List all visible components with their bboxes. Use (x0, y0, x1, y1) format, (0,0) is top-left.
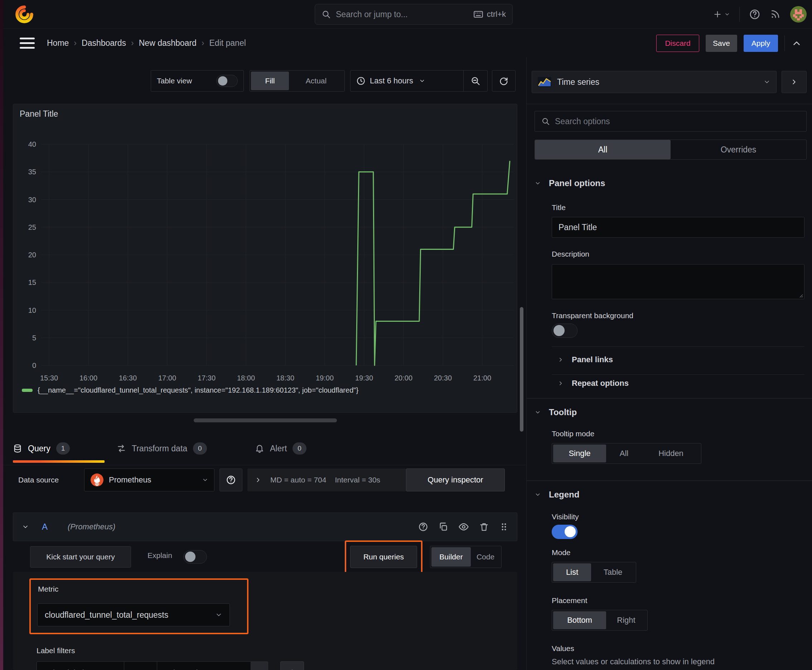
metric-select[interactable]: cloudflared_tunnel_total_requests (37, 604, 230, 626)
svg-text:35: 35 (28, 168, 36, 176)
user-avatar[interactable] (790, 6, 807, 23)
panel-title-input[interactable] (552, 217, 805, 238)
breadcrumb-separator: › (131, 38, 134, 48)
query-help-icon[interactable] (418, 522, 428, 532)
time-range-label: Last 6 hours (370, 76, 413, 86)
svg-text:20:00: 20:00 (395, 374, 412, 382)
resize-grip-icon (798, 293, 803, 298)
panel-options-header[interactable]: Panel options (534, 178, 605, 188)
repeat-options-row[interactable]: Repeat options (558, 379, 629, 388)
breadcrumb-dashboards[interactable]: Dashboards (81, 38, 126, 48)
tab-transform[interactable]: Transform data 0 (117, 434, 207, 463)
time-series-chart[interactable]: 051015202530354015:3016:0016:3017:0017:3… (16, 129, 516, 387)
values-hint: Select values or calculations to show in… (552, 657, 715, 667)
add-filter-button[interactable] (280, 662, 304, 670)
database-icon (13, 444, 22, 453)
toggle-visibility-icon[interactable] (458, 521, 469, 532)
tooltip-single-option[interactable]: Single (553, 445, 606, 462)
breadcrumb-new-dashboard[interactable]: New dashboard (139, 38, 197, 48)
tab-query[interactable]: Query 1 (13, 434, 70, 463)
legend-table-option[interactable]: Table (591, 563, 635, 581)
remove-filter-button[interactable] (251, 662, 268, 670)
visualization-name: Time series (557, 77, 758, 87)
zoom-out-button[interactable] (464, 71, 487, 91)
datasource-picker[interactable]: Prometheus (84, 469, 214, 491)
panel-title[interactable]: Panel Title (20, 109, 58, 119)
placement-right-option[interactable]: Right (606, 611, 646, 629)
run-queries-button[interactable]: Run queries (350, 546, 417, 568)
placement-bottom-option[interactable]: Bottom (553, 611, 606, 629)
menu-toggle[interactable] (20, 37, 35, 49)
fill-actual-switch: Fill Actual (249, 70, 345, 91)
save-button[interactable]: Save (706, 35, 737, 52)
main-scrollbar-thumb[interactable] (520, 307, 524, 431)
tooltip-hidden-option[interactable]: Hidden (642, 445, 700, 462)
new-menu-button[interactable] (713, 10, 730, 19)
chevron-down-icon (534, 491, 541, 498)
news-rss-icon[interactable] (770, 9, 780, 20)
apply-button[interactable]: Apply (744, 35, 778, 52)
legend-series-label[interactable]: {__name__="cloudflared_tunnel_total_requ… (37, 386, 358, 394)
tooltip-header[interactable]: Tooltip (534, 407, 577, 417)
global-search[interactable]: Search or jump to... ctrl+k (315, 4, 513, 25)
fill-option[interactable]: Fill (251, 71, 289, 90)
title-label: Title (552, 203, 566, 212)
query-inspector-button[interactable]: Query inspector (406, 469, 505, 491)
query-row-header[interactable]: A (Prometheus) (13, 513, 517, 541)
drag-handle-icon[interactable] (499, 522, 509, 531)
svg-text:20: 20 (28, 251, 36, 259)
options-search-input[interactable] (555, 117, 800, 126)
transparent-bg-toggle[interactable] (552, 323, 578, 338)
clock-icon (356, 76, 366, 86)
time-range-picker[interactable]: Last 6 hours (351, 71, 463, 91)
legend-header[interactable]: Legend (534, 490, 579, 500)
options-search[interactable] (534, 111, 807, 132)
legend-list-option[interactable]: List (553, 563, 591, 581)
duplicate-query-icon[interactable] (438, 522, 448, 532)
select-value-dropdown[interactable]: Select value (157, 662, 251, 670)
breadcrumb-home[interactable]: Home (47, 38, 69, 48)
zoom-out-icon (470, 76, 480, 86)
code-option[interactable]: Code (471, 547, 500, 567)
svg-text:5: 5 (32, 334, 36, 342)
delete-query-icon[interactable] (479, 522, 489, 532)
panel-resize-handle[interactable] (194, 418, 337, 422)
refresh-button[interactable] (492, 70, 515, 91)
visibility-label: Visibility (552, 513, 578, 521)
tooltip-all-option[interactable]: All (606, 445, 642, 462)
tab-alert-label: Alert (270, 444, 287, 453)
table-view-toggle[interactable] (216, 75, 238, 87)
collapse-pane-button[interactable] (781, 71, 807, 93)
svg-text:20:30: 20:30 (434, 374, 452, 382)
tooltip-title: Tooltip (549, 407, 577, 417)
section-divider (527, 481, 812, 481)
builder-option[interactable]: Builder (431, 547, 471, 567)
panel-links-row[interactable]: Panel links (558, 355, 613, 364)
tab-alert[interactable]: Alert 0 (255, 434, 307, 463)
query-toolbar-row: Kick start your query Explain Run querie… (3, 543, 526, 573)
datasource-help-button[interactable] (219, 469, 242, 491)
legend-visibility-toggle[interactable] (552, 524, 578, 539)
chevron-down-icon[interactable] (22, 523, 29, 530)
query-options-row[interactable]: MD = auto = 704 Interval = 30s (247, 469, 406, 491)
kick-start-button[interactable]: Kick start your query (30, 546, 131, 568)
metric-value: cloudflared_tunnel_total_requests (45, 610, 215, 620)
discard-button[interactable]: Discard (656, 35, 699, 52)
grafana-logo-icon[interactable] (15, 5, 34, 24)
select-label-dropdown[interactable]: Select label (37, 662, 124, 670)
actual-option[interactable]: Actual (289, 71, 343, 90)
explain-toggle[interactable] (183, 550, 207, 564)
operator-dropdown[interactable]: = (124, 662, 157, 670)
query-datasource-hint: (Prometheus) (68, 522, 115, 531)
tab-all[interactable]: All (535, 140, 671, 159)
svg-text:18:30: 18:30 (276, 374, 294, 382)
chevron-down-icon (534, 409, 541, 416)
help-icon[interactable] (749, 8, 760, 20)
tab-query-count: 1 (56, 442, 70, 455)
select-value-placeholder: Select value (164, 668, 207, 670)
visualization-picker[interactable]: Time series (532, 71, 776, 93)
tab-overrides[interactable]: Overrides (671, 140, 806, 159)
collapse-options-icon[interactable] (791, 38, 802, 49)
legend-series-swatch[interactable] (22, 389, 32, 392)
description-textarea[interactable] (552, 264, 805, 299)
